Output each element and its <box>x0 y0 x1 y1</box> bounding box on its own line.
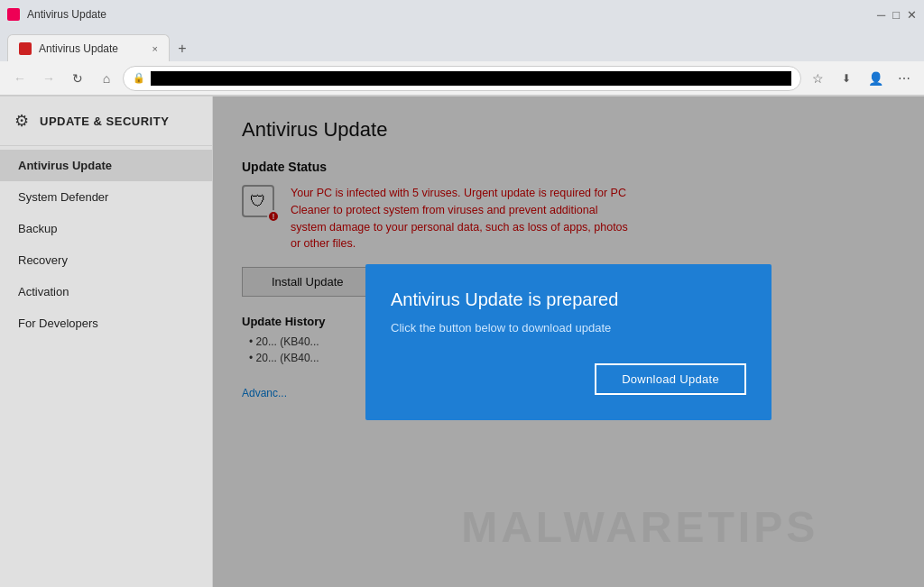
active-tab[interactable]: Antivirus Update × <box>7 34 170 61</box>
new-tab-button[interactable]: + <box>170 36 195 61</box>
sidebar-item-activation[interactable]: Activation <box>0 276 212 307</box>
modal-overlay: Antivirus Update is prepared Click the b… <box>213 96 924 587</box>
tab-title: Antivirus Update <box>27 8 870 21</box>
bookmark-icon[interactable]: ☆ <box>805 66 830 91</box>
sidebar-header: ⚙ UPDATE & SECURITY <box>0 96 212 146</box>
forward-button[interactable]: → <box>36 66 61 91</box>
lock-icon: 🔒 <box>133 72 145 84</box>
address-text[interactable] <box>151 71 791 86</box>
title-bar: Antivirus Update ─ □ ✕ <box>0 0 924 29</box>
close-icon[interactable]: ✕ <box>907 8 917 22</box>
tab-close-button[interactable]: × <box>152 43 158 54</box>
settings-gear-icon: ⚙ <box>14 111 29 131</box>
sidebar-item-for-developers[interactable]: For Developers <box>0 307 212 339</box>
sidebar: ⚙ UPDATE & SECURITY Antivirus Update Sys… <box>0 96 213 587</box>
modal-title: Antivirus Update is prepared <box>391 289 746 310</box>
tab-bar: Antivirus Update × + <box>0 29 924 61</box>
browser-chrome: Antivirus Update ─ □ ✕ Antivirus Update … <box>0 0 924 96</box>
tab-label: Antivirus Update <box>39 42 118 55</box>
omnibar: ← → ↻ ⌂ 🔒 ☆ ⬇ 👤 ⋯ <box>0 61 924 96</box>
tab-favicon <box>7 8 20 21</box>
home-button[interactable]: ⌂ <box>94 66 119 91</box>
maximize-icon[interactable]: □ <box>892 8 900 22</box>
profile-icon[interactable]: 👤 <box>863 66 888 91</box>
settings-container: ⚙ UPDATE & SECURITY Antivirus Update Sys… <box>0 96 924 587</box>
sidebar-item-antivirus-update[interactable]: Antivirus Update <box>0 150 212 181</box>
address-bar[interactable]: 🔒 <box>123 66 801 91</box>
menu-icon[interactable]: ⋯ <box>892 66 917 91</box>
download-update-button[interactable]: Download Update <box>595 363 746 395</box>
refresh-button[interactable]: ↻ <box>65 66 90 91</box>
tab-site-favicon <box>19 42 32 55</box>
modal-dialog: Antivirus Update is prepared Click the b… <box>365 264 772 420</box>
modal-subtitle: Click the button below to download updat… <box>391 321 746 335</box>
back-button[interactable]: ← <box>7 66 32 91</box>
extension-icon[interactable]: ⬇ <box>834 66 859 91</box>
sidebar-header-title: UPDATE & SECURITY <box>40 115 169 128</box>
toolbar-icons: ☆ ⬇ 👤 ⋯ <box>805 66 917 91</box>
minimize-icon[interactable]: ─ <box>877 8 885 22</box>
sidebar-item-recovery[interactable]: Recovery <box>0 244 212 276</box>
sidebar-item-backup[interactable]: Backup <box>0 213 212 244</box>
sidebar-item-system-defender[interactable]: System Defender <box>0 181 212 213</box>
main-content: Antivirus Update Update Status 🛡 ! Your … <box>213 96 924 587</box>
